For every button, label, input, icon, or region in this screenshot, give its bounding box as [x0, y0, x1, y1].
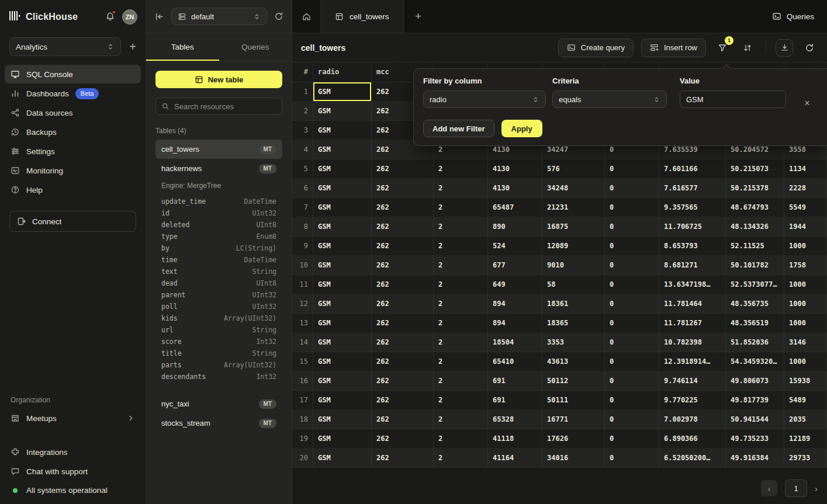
table-cell[interactable]: 65328 — [488, 410, 542, 429]
sidebar-item-meetups[interactable]: Meetups — [5, 409, 141, 427]
table-cell[interactable]: 50112 — [542, 371, 605, 391]
table-cell[interactable]: 18365 — [542, 314, 605, 333]
table-cell[interactable]: 51.852036 — [726, 333, 784, 352]
table-cell[interactable]: 49.735233 — [726, 429, 784, 449]
table-cell[interactable]: 12189 — [784, 429, 827, 449]
table-cell[interactable]: 48.356519 — [726, 314, 784, 333]
table-cell[interactable]: 8.653793 — [659, 237, 726, 256]
table-cell[interactable]: 34016 — [542, 449, 605, 468]
table-cell[interactable]: 1134 — [784, 159, 827, 179]
sidebar-item-chat-support[interactable]: Chat with support — [11, 467, 135, 476]
table-cell[interactable]: 17626 — [542, 429, 605, 449]
next-page-button[interactable]: › — [815, 484, 818, 493]
table-item-hackernews[interactable]: hackernews MT — [155, 159, 282, 178]
table-cell[interactable]: 5549 — [784, 198, 827, 217]
table-cell[interactable]: 2 — [434, 449, 488, 468]
table-cell[interactable]: 262 — [372, 410, 434, 429]
add-filter-button[interactable]: Add new Filter — [423, 120, 494, 137]
table-cell[interactable]: 54.3459320… — [726, 352, 784, 371]
filter-criteria-select[interactable]: equals — [552, 91, 667, 108]
table-cell[interactable]: 1000 — [784, 352, 827, 371]
table-cell[interactable]: 262 — [372, 179, 434, 198]
table-cell[interactable]: 2 — [434, 217, 488, 237]
workspace-selector[interactable]: Analytics — [9, 37, 121, 56]
table-cell[interactable]: 2228 — [784, 179, 827, 198]
table-cell[interactable]: GSM — [313, 333, 372, 352]
table-cell[interactable]: GSM — [313, 314, 372, 333]
table-cell[interactable]: 1000 — [784, 237, 827, 256]
user-avatar[interactable]: ZN — [122, 9, 137, 25]
table-cell[interactable]: 262 — [372, 371, 434, 391]
filter-column-select[interactable]: radio — [423, 91, 546, 108]
table-cell[interactable]: 262 — [372, 217, 434, 237]
table-cell[interactable]: 890 — [488, 217, 542, 237]
table-cell[interactable]: 41118 — [488, 429, 542, 449]
search-resources[interactable] — [155, 98, 282, 115]
table-cell[interactable]: 5489 — [784, 391, 827, 410]
table-cell[interactable]: 262 — [372, 198, 434, 217]
tab-queries[interactable]: Queries — [219, 33, 292, 61]
table-cell[interactable]: GSM — [313, 449, 372, 468]
table-cell[interactable]: 0 — [605, 391, 659, 410]
table-cell[interactable]: 2 — [434, 352, 488, 371]
table-cell[interactable]: 0 — [605, 217, 659, 237]
table-cell[interactable]: 0 — [605, 294, 659, 314]
table-cell[interactable]: 9010 — [542, 256, 605, 275]
prev-page-button[interactable]: ‹ — [761, 480, 777, 496]
table-cell[interactable]: GSM — [313, 294, 372, 314]
table-cell[interactable]: 2 — [434, 410, 488, 429]
table-cell[interactable]: 894 — [488, 294, 542, 314]
table-cell[interactable]: GSM — [313, 429, 372, 449]
table-cell[interactable]: 0 — [605, 333, 659, 352]
table-cell[interactable]: 262 — [372, 294, 434, 314]
sidebar-item-settings[interactable]: Settings — [5, 142, 141, 161]
table-item-cell-towers[interactable]: cell_towers MT — [155, 140, 282, 159]
table-cell[interactable]: 1944 — [784, 217, 827, 237]
table-cell[interactable]: GSM — [313, 237, 372, 256]
download-button[interactable] — [776, 39, 793, 57]
table-cell[interactable]: 9.770225 — [659, 391, 726, 410]
sidebar-item-data-sources[interactable]: Data sources — [5, 103, 141, 122]
table-cell[interactable]: 2 — [434, 294, 488, 314]
table-cell[interactable]: 691 — [488, 391, 542, 410]
table-cell[interactable]: 11.781464 — [659, 294, 726, 314]
table-cell[interactable]: 50111 — [542, 391, 605, 410]
table-cell[interactable]: 576 — [542, 159, 605, 179]
table-cell[interactable]: 2 — [434, 314, 488, 333]
table-cell[interactable]: 2 — [434, 179, 488, 198]
table-cell[interactable]: 2 — [434, 159, 488, 179]
table-cell[interactable]: 7.616577 — [659, 179, 726, 198]
table-cell[interactable]: 0 — [605, 237, 659, 256]
table-cell[interactable]: 7.601166 — [659, 159, 726, 179]
queries-button[interactable]: Queries — [772, 12, 814, 21]
table-cell[interactable]: GSM — [313, 102, 372, 121]
table-cell[interactable]: 50.215378 — [726, 179, 784, 198]
table-cell[interactable]: GSM — [313, 371, 372, 391]
table-cell[interactable]: 262 — [372, 314, 434, 333]
apply-filter-button[interactable]: Apply — [501, 120, 542, 137]
table-cell[interactable]: 4130 — [488, 179, 542, 198]
table-cell[interactable]: 0 — [605, 256, 659, 275]
sort-button[interactable] — [739, 39, 756, 57]
table-cell[interactable]: 524 — [488, 237, 542, 256]
table-cell[interactable]: 691 — [488, 371, 542, 391]
table-cell[interactable]: 50.941544 — [726, 410, 784, 429]
table-cell[interactable]: 11.781267 — [659, 314, 726, 333]
new-tab-button[interactable]: + — [404, 0, 433, 33]
table-cell[interactable]: 16771 — [542, 410, 605, 429]
table-cell[interactable]: 649 — [488, 275, 542, 294]
table-cell[interactable]: GSM — [313, 410, 372, 429]
table-cell[interactable]: 0 — [605, 179, 659, 198]
tab-cell-towers[interactable]: cell_towers — [320, 0, 404, 33]
sidebar-item-monitoring[interactable]: Monitoring — [5, 161, 141, 180]
table-cell[interactable]: 4130 — [488, 159, 542, 179]
table-cell[interactable]: 262 — [372, 333, 434, 352]
table-cell[interactable]: 1000 — [784, 294, 827, 314]
table-item-stocks-stream[interactable]: stocks_stream MT — [155, 413, 282, 433]
table-cell[interactable]: GSM — [313, 256, 372, 275]
table-cell[interactable]: 41164 — [488, 449, 542, 468]
table-cell[interactable]: 21231 — [542, 198, 605, 217]
new-table-button[interactable]: New table — [155, 71, 282, 88]
table-cell[interactable]: 11.706725 — [659, 217, 726, 237]
table-cell[interactable]: 0 — [605, 159, 659, 179]
